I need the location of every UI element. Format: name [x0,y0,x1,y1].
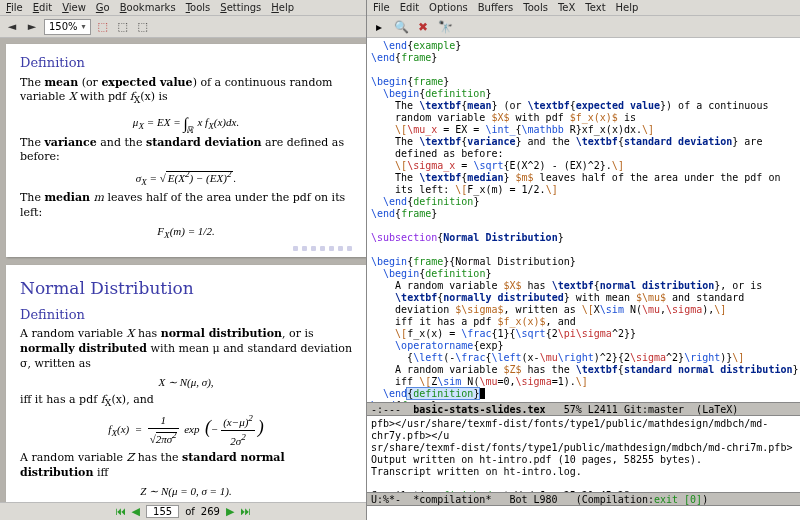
tool-b-icon[interactable]: ⬚ [115,19,131,35]
latex-source-editor[interactable]: \end{example} \end{frame} \begin{frame} … [367,38,800,402]
definition-heading: Definition [20,54,352,72]
menu-file: File [6,2,23,13]
tool-a-icon[interactable]: ⬚ [95,19,111,35]
slide-text: A random variable X has normal distribut… [20,327,352,372]
equation: fX(x) = 1 √2πσ2 exp (− (x−μ)2 2σ2 ) [20,412,352,448]
slide-title: Normal Distribution [20,277,352,300]
emacs-modeline-compilation: U:%*- *compilation* Bot L980 (Compilatio… [367,492,800,506]
emenu-edit: Edit [400,2,419,13]
pdf-slide: Definition The mean (or expected value) … [6,44,366,257]
menu-tools: Tools [186,2,211,13]
slide-nav-dots [20,246,352,251]
slide-text: The median m m leaves half of the area u… [20,191,352,221]
emacs-pane: File Edit Options Buffers Tools TeX Text… [367,0,800,520]
equation: μX = EX = ∫ℝ x fX(x)dx. [20,110,352,133]
toolbar-binoculars-icon[interactable]: 🔭 [437,19,453,35]
menu-settings: Settings [220,2,261,13]
slide-text: A random variable Z has the standard nor… [20,451,352,481]
next-icon[interactable]: ► [24,19,40,35]
pdf-slide: Normal Distribution Definition A random … [6,265,366,502]
toolbar-error-icon[interactable]: ✖ [415,19,431,35]
zoom-combo[interactable]: 150% [44,19,91,35]
compilation-buffer[interactable]: pfb></usr/share/texmf-dist/fonts/type1/p… [367,416,800,492]
page-last-icon[interactable]: ⏭ [240,505,251,518]
emenu-help: Help [616,2,639,13]
page-next-icon[interactable]: ▶ [226,505,234,518]
emacs-menubar[interactable]: File Edit Options Buffers Tools TeX Text… [367,0,800,16]
page-prev-icon[interactable]: ◀ [132,505,140,518]
toolbar-view-icon[interactable]: 🔍 [393,19,409,35]
equation: FX(m) = 1/2. [20,224,352,242]
slide-text: iff it has a pdf fX(x), and [20,393,352,410]
definition-heading: Definition [20,306,352,324]
equation: Z ∼ N(μ = 0, σ = 1). [20,484,352,499]
page-total: 269 [201,506,220,517]
slide-text: The mean (or expected value) of a contin… [20,76,352,107]
emenu-tex: TeX [558,2,575,13]
emenu-options: Options [429,2,468,13]
menu-help: Help [271,2,294,13]
prev-icon[interactable]: ◄ [4,19,20,35]
menu-view: View [62,2,86,13]
page-first-icon[interactable]: ⏮ [115,505,126,518]
emacs-toolbar: ▸ 🔍 ✖ 🔭 [367,16,800,38]
pdf-toolbar: ◄ ► 150% ⬚ ⬚ ⬚ [0,16,366,38]
tool-c-icon[interactable]: ⬚ [135,19,151,35]
pdf-viewer-pane: File Edit View Go Bookmarks Tools Settin… [0,0,367,520]
menu-bookmarks: Bookmarks [120,2,176,13]
toolbar-run-icon[interactable]: ▸ [371,19,387,35]
emenu-text: Text [585,2,605,13]
slide-text: The variance and the standard deviation … [20,136,352,166]
emenu-tools: Tools [523,2,548,13]
page-of-label: of [185,506,195,517]
page-number-input[interactable]: 155 [146,505,179,518]
emenu-buffers: Buffers [478,2,514,13]
equation: σX = √E(X2) − (EX)2. [20,168,352,188]
pdf-menubar[interactable]: File Edit View Go Bookmarks Tools Settin… [0,0,366,16]
application-root: File Edit View Go Bookmarks Tools Settin… [0,0,800,520]
menu-go: Go [96,2,110,13]
menu-edit: Edit [33,2,52,13]
page-navigator: ⏮ ◀ 155 of 269 ▶ ⏭ [0,502,366,520]
emenu-file: File [373,2,390,13]
pdf-scroll-area[interactable]: Definition The mean (or expected value) … [0,38,366,502]
emacs-modeline-main: -:--- basic-stats-slides.tex 57% L2411 G… [367,402,800,416]
equation: X ∼ N(μ, σ), [20,375,352,390]
emacs-minibuffer[interactable] [367,506,800,520]
